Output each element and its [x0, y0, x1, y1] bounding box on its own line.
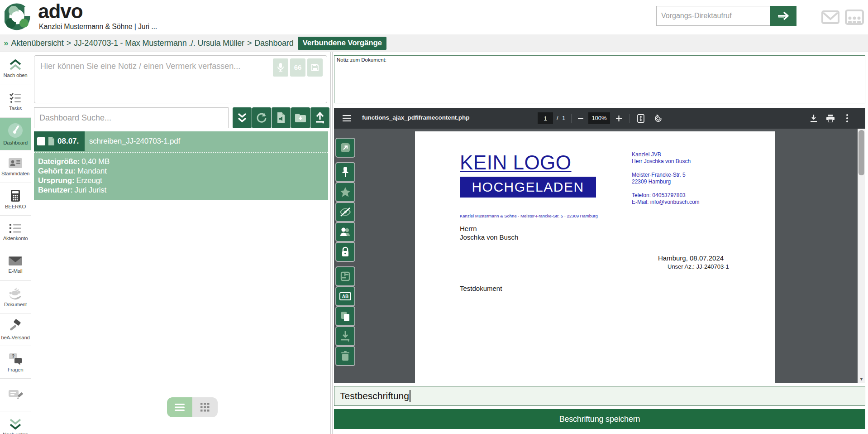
letter-recipient-block: Kanzlei JVB Herr Joschka von Busch Meist… [632, 151, 700, 206]
kebab-menu-icon [846, 114, 848, 122]
document-note-label: Notiz zum Dokument: [337, 57, 386, 63]
pdf-scrollbar[interactable]: ▼ [858, 129, 865, 383]
letter-logo-line2: HOCHGELADEN [460, 177, 596, 198]
printer-icon [826, 115, 835, 122]
chevrons-down-icon [9, 418, 22, 430]
save-caption-button[interactable]: Beschriftung speichern [334, 409, 865, 429]
list-view-button[interactable] [167, 397, 192, 417]
lock-icon [341, 246, 350, 257]
pdf-menu-button[interactable] [338, 108, 356, 129]
pdf-more-options-button[interactable] [840, 108, 854, 129]
mail-icon[interactable] [821, 10, 840, 25]
insert-frame-button[interactable] [336, 267, 354, 285]
audio-document-button[interactable] [272, 107, 291, 128]
scroll-down-arrow-icon[interactable]: ▼ [858, 375, 865, 383]
pdf-zoom-level[interactable]: 100% [588, 112, 610, 124]
breadcrumb-expand-icon[interactable]: » [4, 38, 8, 48]
svg-text:?: ? [12, 354, 14, 359]
pdf-fit-page-button[interactable] [633, 108, 649, 129]
sidebar-item-stammdaten[interactable]: Stammdaten [0, 150, 31, 183]
sidebar-item-nach-unten[interactable]: Nach unten [0, 411, 31, 434]
delete-document-button[interactable] [336, 347, 354, 365]
dashboard-panel: Hier können Sie eine Notiz / einen Verme… [31, 52, 331, 434]
sidebar-item-nach-oben[interactable]: Nach oben [0, 52, 31, 85]
sidebar-item-tasks[interactable]: Tasks [0, 85, 31, 117]
breadcrumb-item-case[interactable]: JJ-240703-1 - Max Mustermann ./. Ursula … [74, 39, 244, 48]
download-document-button[interactable] [336, 327, 354, 345]
tenant-subtitle: Kanzlei Mustermann & Söhne | Juri ... [39, 23, 157, 31]
document-filename: schreiben_JJ-240703-1.pdf [89, 137, 180, 146]
text-caret [410, 390, 410, 402]
document-row[interactable]: 08.07. schreiben_JJ-240703-1.pdf [34, 131, 328, 151]
breadcrumb-item-aktenuebersicht[interactable]: Aktenübersicht [11, 39, 63, 48]
document-panel: Notiz zum Dokument: functions_ajax_pdfif… [332, 52, 868, 434]
pdf-zoom-in-button[interactable] [612, 108, 625, 129]
document-list-item[interactable]: 08.07. schreiben_JJ-240703-1.pdf Dateigr… [34, 131, 328, 200]
document-note-box[interactable]: Notiz zum Dokument: [334, 55, 865, 103]
note-pencil-icon [8, 388, 23, 400]
sidebar-item-fragen[interactable]: ? Fragen [0, 346, 31, 378]
sidebar-item-beerko[interactable]: BEERKO [0, 183, 31, 215]
pdf-zoom-out-button[interactable] [574, 108, 587, 129]
dictate-button[interactable] [273, 58, 288, 77]
sidebar-item-aktenkonto[interactable]: Aktenkonto [0, 215, 31, 248]
direct-call-submit-button[interactable] [770, 6, 796, 26]
arrow-right-icon [777, 10, 790, 21]
fit-page-icon [637, 114, 644, 123]
note-compose-box[interactable]: Hier können Sie eine Notiz / einen Verme… [34, 55, 327, 103]
pdf-download-button[interactable] [806, 108, 822, 129]
hamburger-icon [343, 115, 351, 121]
pdf-print-button[interactable] [822, 108, 839, 129]
svg-text:66: 66 [294, 64, 302, 71]
open-external-icon [340, 143, 350, 153]
letter-body-text: Testdokument [460, 285, 502, 292]
header: advo Kanzlei Mustermann & Söhne | Juri .… [0, 0, 868, 34]
sidebar-item-vermerk[interactable] [0, 378, 31, 411]
add-folder-button[interactable] [291, 107, 310, 128]
pdf-rotate-button[interactable] [650, 108, 666, 129]
letter-date: Hamburg, 08.07.2024 [658, 254, 724, 262]
view-toggle [167, 397, 218, 417]
document-checkbox[interactable] [37, 137, 45, 145]
pdf-page[interactable]: KEIN LOGO HOCHGELADEN Kanzlei JVB Herr J… [415, 131, 775, 383]
collapse-all-button[interactable] [233, 107, 252, 128]
question-bubbles-icon: ? [8, 352, 23, 365]
copy-document-button[interactable] [336, 307, 354, 325]
contacts-icon[interactable] [844, 9, 864, 26]
hide-document-button[interactable] [336, 203, 354, 221]
list-icon [9, 223, 22, 234]
refresh-button[interactable] [252, 107, 271, 128]
caption-input[interactable]: Testbeschriftung [334, 386, 865, 406]
grid-view-button[interactable] [192, 397, 218, 417]
save-note-button[interactable] [307, 58, 323, 77]
lock-document-button[interactable] [336, 243, 354, 261]
download-tray-icon [340, 331, 350, 342]
pin-document-button[interactable] [336, 163, 354, 181]
quote-button[interactable]: 66 [290, 58, 305, 77]
pdf-scrollbar-thumb[interactable] [858, 130, 864, 175]
people-icon [339, 227, 351, 237]
breadcrumb-item-dashboard[interactable]: Dashboard [254, 39, 293, 48]
copy-icon [340, 311, 350, 322]
pdf-page-input[interactable] [538, 112, 553, 124]
dashboard-search-input[interactable] [34, 107, 229, 128]
rename-label-button[interactable]: AB [336, 287, 354, 305]
linked-cases-badge[interactable]: Verbundene Vorgänge [298, 37, 386, 50]
sidebar-item-dashboard[interactable]: Dashboard [0, 117, 31, 150]
sidebar-item-bea-versand[interactable]: beA-Versand [0, 313, 31, 346]
upload-button[interactable] [310, 107, 329, 128]
note-placeholder: Hier können Sie eine Notiz / einen Verme… [40, 62, 240, 71]
assign-contact-button[interactable] [336, 223, 354, 241]
document-date-chip: 08.07. [34, 131, 85, 151]
ab-label-icon: AB [339, 292, 351, 300]
microphone-icon [277, 63, 284, 72]
sidebar-item-email[interactable]: E-Mail [0, 248, 31, 280]
folder-plus-icon [295, 113, 306, 123]
favorite-document-button[interactable] [336, 183, 354, 201]
upload-icon [315, 112, 325, 124]
open-external-button[interactable] [336, 139, 354, 157]
sidebar-item-dokument[interactable]: Dokument [0, 280, 31, 313]
pdf-toolbar: functions_ajax_pdfiframecontent.php / 1 … [334, 108, 865, 129]
refresh-icon [256, 112, 267, 124]
direct-call-input[interactable] [656, 6, 770, 26]
